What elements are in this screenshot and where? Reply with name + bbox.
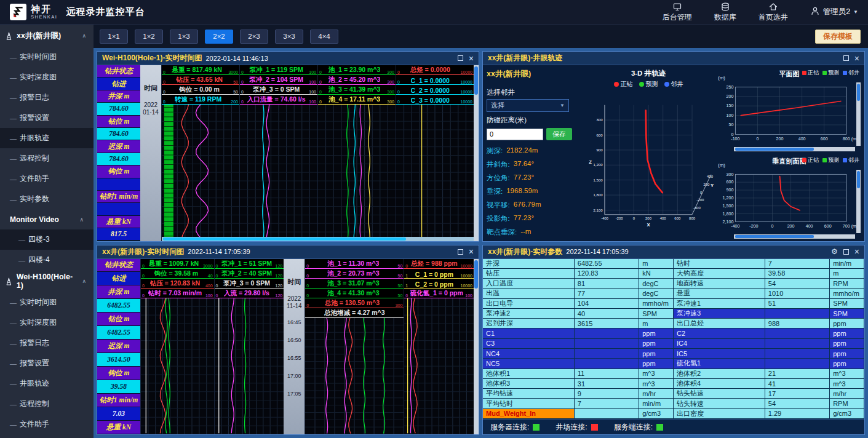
scrollbar-thumb[interactable] <box>735 148 814 151</box>
sidebar-item[interactable]: —报警设置 <box>0 108 94 128</box>
sidebar-item[interactable]: —报警日志 <box>0 333 94 353</box>
sidebar-item-group[interactable]: Monitor Video∧ <box>0 209 94 229</box>
param-name-cell: 平均钻时 <box>483 399 575 408</box>
param-unit-cell: m^3 <box>639 369 674 379</box>
sidebar-item[interactable]: —井眼轨迹 <box>0 128 94 148</box>
expand-icon[interactable] <box>458 55 463 61</box>
layout-button-2×2[interactable]: 2×2 <box>205 30 233 44</box>
scrollbar-thumb[interactable] <box>857 84 860 101</box>
legend-label: 正钻 <box>808 156 819 164</box>
scrollbar-thumb[interactable] <box>735 235 814 238</box>
scrollbar-thumb[interactable] <box>474 66 478 95</box>
svg-text:200: 200 <box>727 94 734 98</box>
sidebar-item[interactable]: —四楼-3 <box>0 229 94 250</box>
sidebar-item[interactable]: —实时深度图 <box>0 67 94 87</box>
sidebar-item[interactable]: —报警设置 <box>0 353 94 373</box>
layout-button-1×2[interactable]: 1×2 <box>135 30 163 44</box>
stat-row: 测深:2182.24m <box>487 146 579 156</box>
track-plot <box>162 105 239 241</box>
param-value-cell: 6482.55 <box>97 299 140 313</box>
layout-button-1×3[interactable]: 1×3 <box>170 30 198 44</box>
sidebar-item[interactable]: —实时参数 <box>0 189 94 209</box>
close-icon[interactable]: × <box>854 247 859 256</box>
stat-label: 方位角: <box>487 173 510 183</box>
nav-item-home[interactable]: 首页选井 <box>759 2 788 23</box>
param-value-cell: 817.5 <box>97 228 140 241</box>
sidebar-item[interactable]: —远程控制 <box>0 148 94 169</box>
scrollbar-thumb[interactable] <box>474 260 478 289</box>
save-template-button[interactable]: 保存模板 <box>815 30 861 44</box>
nav-item-admin[interactable]: 后台管理 <box>663 2 692 23</box>
sidebar-item[interactable]: —四楼-4 <box>0 250 94 270</box>
sidebar-item[interactable]: —文件助手 <box>0 169 94 189</box>
param-value-cell: 3615 <box>575 319 639 328</box>
expand-icon[interactable] <box>843 55 849 61</box>
param-unit-cell: ppm <box>830 328 864 338</box>
curve-scale-min: 1 <box>405 274 408 278</box>
vertical-scrollbar[interactable] <box>474 259 479 435</box>
collision-distance-input[interactable] <box>487 129 543 140</box>
neighbor-well-select[interactable]: 选择 ▼ <box>487 99 569 112</box>
time-chart-body: 钻井状态钻进井深 m6482.55钻位 m6482.55迟深 m3614.50钩… <box>97 259 479 435</box>
sidebar-item[interactable]: —实时时间图 <box>0 292 94 313</box>
curve-label: 0泵冲_3 = 0 SPM100 <box>240 85 317 95</box>
sidebar-item[interactable]: —远程控制 <box>0 394 94 414</box>
param-name-cell: 井深 <box>483 259 575 269</box>
curve-scale-max: 50 <box>398 274 403 278</box>
table-row: NC4ppmIC5ppm <box>483 349 864 359</box>
user-menu[interactable]: 管理员2 ▼ <box>810 6 858 18</box>
curve-label: 0池_3 = 31.07 m^350 <box>305 279 404 289</box>
curve-label: 0泵冲_2 = 40 SPM120 <box>215 269 284 279</box>
close-icon[interactable]: × <box>469 247 474 256</box>
svg-text:-200: -200 <box>616 217 624 220</box>
horizontal-scrollbar[interactable] <box>162 237 474 241</box>
scrollbar-thumb[interactable] <box>857 171 860 188</box>
table-row: 池体积111m^3池体积221m^3 <box>483 369 864 379</box>
curve-name-value: 入流 = 29.80 l/s <box>224 289 269 298</box>
param-unit-cell: degC <box>639 289 674 298</box>
expand-icon[interactable] <box>843 249 849 255</box>
layout-button-4×4[interactable]: 4×4 <box>310 30 338 44</box>
nav-item-database[interactable]: 数据库 <box>714 2 736 23</box>
curve-scale-max: 10000 <box>461 80 472 84</box>
param-value-cell: 54 <box>765 279 830 289</box>
app-title: 远程录井监控平台 <box>66 6 145 18</box>
layout-button-3×3[interactable]: 3×3 <box>275 30 303 44</box>
well-group-header[interactable]: Wei-H100(Hole-1)∧ <box>0 270 94 292</box>
sidebar-item[interactable]: —实时深度图 <box>0 313 94 333</box>
curve-name-value: 泵冲_3 = 0 SPM <box>223 279 270 288</box>
curve-label: 0池_1 = 23.90 m^3300 <box>318 65 396 75</box>
sidebar-item[interactable]: —实时时间图 <box>0 47 94 67</box>
save-distance-button[interactable]: 保存 <box>546 128 572 140</box>
curve-scale-min: 0 <box>397 100 400 104</box>
param-value-cell <box>765 359 830 368</box>
layout-button-1×1[interactable]: 1×1 <box>100 30 128 44</box>
section-vertical-scrollbar[interactable] <box>856 170 861 233</box>
vertical-scrollbar[interactable] <box>474 65 479 241</box>
svg-text:-400: -400 <box>601 217 609 220</box>
stat-value: 1968.59m <box>506 187 538 196</box>
param-unit-cell: degC <box>639 279 674 289</box>
trajectory-3d-plot: -400-20002004006008003006009001,2001,500… <box>583 89 714 239</box>
layout-button-2×3[interactable]: 2×3 <box>240 30 268 44</box>
curve-scale-max: 300 <box>387 90 394 94</box>
plan-vertical-scrollbar[interactable] <box>856 82 861 146</box>
trajectory-stats: 测深:2182.24m井斜角:37.64°方位角:77.23°垂深:1968.5… <box>487 146 579 237</box>
legend-item: 正钻 <box>614 80 633 89</box>
gear-icon[interactable]: ⚙ <box>831 248 838 255</box>
well-group-header[interactable]: xx井(新井眼)∧ <box>0 25 94 47</box>
close-icon[interactable]: × <box>469 54 474 63</box>
sidebar-item[interactable]: —井眼轨迹 <box>0 373 94 394</box>
param-value-cell: 7 <box>765 259 830 269</box>
sidebar-item[interactable]: —文件助手 <box>0 414 94 434</box>
expand-icon[interactable] <box>458 249 463 255</box>
item-dash-icon: — <box>10 421 17 428</box>
vertical-section-chart: (m) 垂直剖面图 正钻预测邻井 3006009001,2001,5001,80… <box>718 155 861 239</box>
sidebar-item[interactable]: —报警日志 <box>0 87 94 108</box>
scrollbar-thumb[interactable] <box>163 237 406 241</box>
close-icon[interactable]: × <box>854 54 859 63</box>
plan-horizontal-scrollbar[interactable] <box>734 147 855 151</box>
curve-scale-max: 10000 <box>461 90 472 94</box>
section-horizontal-scrollbar[interactable] <box>734 234 855 239</box>
curve-label: 0池_2 = 45.20 m^3300 <box>318 75 396 85</box>
